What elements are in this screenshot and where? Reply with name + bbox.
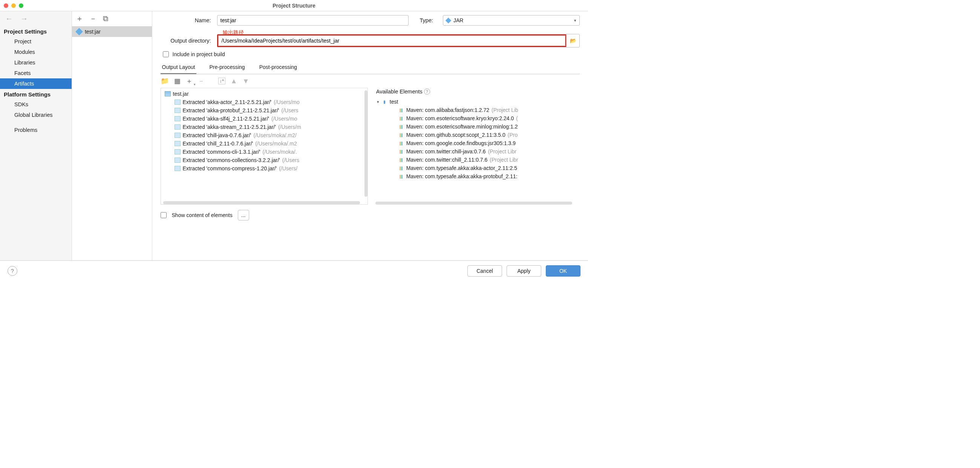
artifact-list-pane: ＋ － ⧉ test:jar — [72, 11, 152, 260]
library-icon — [398, 132, 404, 138]
available-heading: Available Elements — [376, 89, 423, 95]
add-artifact-icon[interactable]: ＋ — [76, 14, 83, 24]
type-select[interactable]: JAR — [443, 15, 580, 25]
type-label: Type: — [420, 17, 439, 23]
browse-folder-button[interactable]: 📂 — [566, 34, 580, 48]
sidebar-item-global-libraries[interactable]: Global Libraries — [0, 109, 72, 120]
copy-artifact-icon[interactable]: ⧉ — [103, 14, 108, 23]
details-pane: Name: Type: JAR 输出路径 Output directory: 📂 — [152, 11, 588, 260]
extracted-icon — [175, 124, 181, 130]
tree-item[interactable]: Maven: com.alibaba:fastjson:1.2.72 (Proj… — [373, 106, 580, 114]
show-content-label: Show content of elements — [172, 212, 232, 218]
bottom-bar: ? Cancel Apply OK — [0, 260, 588, 281]
extracted-icon — [175, 166, 181, 171]
tree-item[interactable]: Extracted 'akka-slf4j_2.11-2.5.21.jar/' … — [161, 114, 368, 123]
tree-item[interactable]: Maven: com.twitter:chill_2.11:0.7.6 (Pro… — [373, 155, 580, 164]
folder-icon: ▮ — [382, 99, 388, 105]
tree-item[interactable]: Maven: com.typesafe.akka:akka-actor_2.11… — [373, 164, 580, 172]
tree-item[interactable]: Extracted 'akka-stream_2.11-2.5.21.jar/'… — [161, 123, 368, 131]
tree-item[interactable]: Extracted 'commons-cli-1.3.1.jar/' (/Use… — [161, 148, 368, 156]
section-heading-project: Project Settings — [0, 26, 72, 36]
library-icon — [398, 149, 404, 154]
sidebar-item-problems[interactable]: Problems — [0, 125, 72, 135]
library-icon — [398, 165, 404, 171]
close-window-icon[interactable] — [4, 3, 8, 8]
artifact-list-item[interactable]: test:jar — [72, 26, 152, 37]
extracted-icon — [175, 133, 181, 138]
window-controls — [4, 3, 23, 8]
help-button[interactable]: ? — [8, 266, 18, 276]
tree-item[interactable]: Extracted 'chill_2.11-0.7.6.jar/' (/User… — [161, 140, 368, 148]
tree-item[interactable]: Maven: com.esotericsoftware.kryo:kryo:2.… — [373, 114, 580, 122]
tree-item[interactable]: Extracted 'commons-collections-3.2.2.jar… — [161, 156, 368, 164]
tree-item[interactable]: Extracted 'akka-protobuf_2.11-2.5.21.jar… — [161, 106, 368, 114]
sidebar-item-libraries[interactable]: Libraries — [0, 57, 72, 68]
folder-open-icon: 📂 — [570, 38, 576, 44]
tree-item[interactable]: Maven: com.typesafe.akka:akka-protobuf_2… — [373, 172, 580, 181]
tree-item[interactable]: Extracted 'commons-compress-1.20.jar/' (… — [161, 164, 368, 173]
tree-root[interactable]: test.jar — [161, 90, 368, 98]
library-icon — [398, 157, 404, 162]
tree-item[interactable]: Maven: com.google.code.findbugs:jsr305:1… — [373, 139, 580, 148]
remove-artifact-icon[interactable]: － — [89, 14, 97, 24]
section-heading-platform: Platform Settings — [0, 89, 72, 99]
v-scrollbar[interactable] — [364, 90, 368, 197]
sidebar-item-artifacts[interactable]: Artifacts — [0, 78, 72, 89]
artifact-tabs: Output Layout Pre-processing Post-proces… — [161, 62, 580, 74]
tree-item[interactable]: Maven: com.esotericsoftware.minlog:minlo… — [373, 122, 580, 131]
remove-icon[interactable]: － — [198, 76, 205, 86]
minimize-window-icon[interactable] — [11, 3, 16, 8]
jar-icon — [165, 91, 171, 97]
sidebar-item-sdks[interactable]: SDKs — [0, 99, 72, 109]
tree-item[interactable]: Maven: com.twitter:chill-java:0.7.6 (Pro… — [373, 148, 580, 155]
ok-button[interactable]: OK — [546, 265, 581, 276]
new-archive-icon[interactable]: ▦ — [174, 77, 181, 85]
jar-type-icon — [445, 17, 452, 23]
tree-item[interactable]: Extracted 'akka-actor_2.11-2.5.21.jar/' … — [161, 98, 368, 106]
library-icon — [398, 124, 404, 129]
include-build-label: Include in project build — [173, 51, 225, 57]
sort-icon[interactable]: ↓ᴬ — [218, 78, 225, 84]
sidebar-item-project[interactable]: Project — [0, 36, 72, 47]
type-value: JAR — [453, 17, 463, 23]
artifact-icon — [75, 28, 83, 35]
h-scrollbar[interactable] — [375, 201, 572, 205]
tab-pre-processing[interactable]: Pre-processing — [208, 62, 246, 74]
help-icon[interactable]: ? — [424, 89, 430, 95]
chevron-down-icon — [574, 18, 576, 23]
name-input[interactable] — [217, 15, 409, 25]
tree-root[interactable]: ▮test — [373, 98, 580, 106]
tree-item[interactable]: Extracted 'chill-java-0.7.6.jar/' (/User… — [161, 131, 368, 140]
show-content-checkbox[interactable] — [161, 212, 167, 218]
output-layout-tree[interactable]: test.jarExtracted 'akka-actor_2.11-2.5.2… — [161, 88, 368, 205]
library-icon — [398, 141, 404, 146]
add-copy-icon[interactable]: ＋ — [186, 76, 192, 86]
available-elements-tree[interactable]: Available Elements ? ▮testMaven: com.ali… — [373, 88, 580, 205]
move-up-icon[interactable]: ▲ — [231, 77, 237, 85]
tree-item[interactable]: Maven: com.github.scopt:scopt_2.11:3.5.0… — [373, 131, 580, 139]
outdir-label: Output directory: — [161, 38, 217, 44]
extracted-icon — [175, 108, 181, 113]
move-down-icon[interactable]: ▼ — [242, 77, 249, 85]
name-label: Name: — [161, 17, 217, 23]
new-folder-icon[interactable]: 📁 — [161, 77, 169, 85]
tab-output-layout[interactable]: Output Layout — [161, 62, 197, 74]
zoom-window-icon[interactable] — [19, 3, 23, 8]
more-button[interactable]: ... — [238, 210, 249, 221]
tab-post-processing[interactable]: Post-processing — [258, 62, 299, 74]
nav-forward-icon[interactable]: → — [21, 14, 28, 23]
apply-button[interactable]: Apply — [507, 265, 541, 276]
sidebar-item-facets[interactable]: Facets — [0, 68, 72, 78]
include-build-checkbox[interactable] — [163, 51, 169, 57]
artifact-item-label: test:jar — [85, 29, 101, 35]
chevron-down-icon — [377, 100, 379, 105]
cancel-button[interactable]: Cancel — [468, 265, 502, 276]
outdir-input[interactable] — [218, 35, 565, 46]
titlebar: Project Structure — [0, 0, 588, 11]
library-icon — [398, 116, 404, 121]
h-scrollbar[interactable] — [163, 201, 360, 204]
sidebar-item-modules[interactable]: Modules — [0, 47, 72, 57]
library-icon — [398, 107, 404, 113]
extracted-icon — [175, 149, 181, 154]
nav-back-icon[interactable]: ← — [5, 14, 13, 23]
